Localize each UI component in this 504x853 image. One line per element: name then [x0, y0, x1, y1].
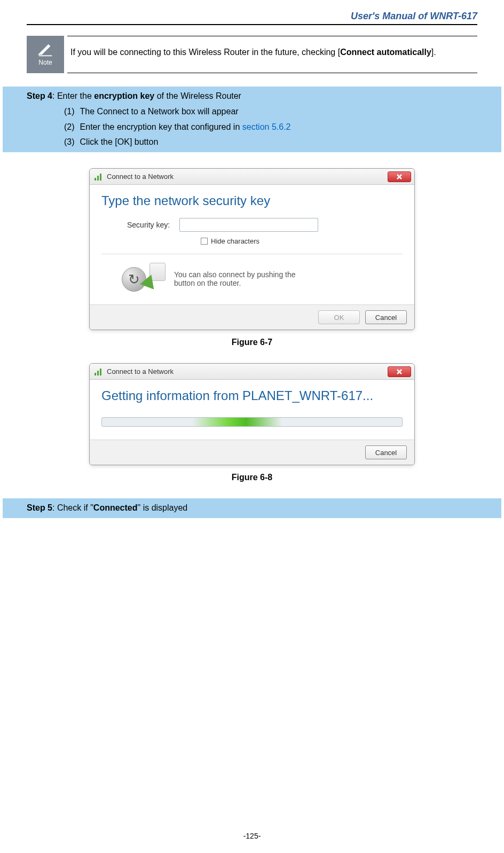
progress-bar — [101, 417, 403, 427]
step4-item-2-num: (2) — [64, 120, 75, 135]
figure-6-7-label: Figure 6-7 — [27, 338, 477, 347]
figure-6-8-label: Figure 6-8 — [27, 473, 477, 482]
note-box: Note If you will be connecting to this W… — [27, 36, 477, 73]
dialog2-titlebar: Connect to a Network — [90, 364, 414, 380]
form-divider — [101, 254, 403, 254]
hint-line1: You can also connect by pushing the — [174, 270, 296, 279]
svg-rect-5 — [100, 369, 101, 375]
dialog2-title: Connect to a Network — [107, 367, 174, 375]
note-text-pre: If you will be connecting to this Wirele… — [70, 48, 340, 57]
dialog1-title: Connect to a Network — [107, 173, 174, 181]
hide-characters-checkbox[interactable] — [201, 238, 208, 245]
step4-block: Step 4: Enter the encryption key of the … — [3, 87, 501, 152]
step4-item-2-text: Enter the encryption key that configured… — [80, 120, 291, 135]
step4-item-3: (3) Click the [OK] button — [64, 135, 477, 150]
dialog-getting-info: Connect to a Network Getting information… — [89, 363, 415, 465]
close-button[interactable] — [388, 366, 411, 377]
dialog2-footer: Cancel — [90, 440, 414, 465]
step4-item-2-pre: Enter the encryption key that configured… — [80, 122, 242, 131]
hide-characters-row[interactable]: Hide characters — [101, 237, 403, 245]
pencil-note-icon — [36, 43, 54, 58]
step4-title: Step 4: Enter the encryption key of the … — [27, 89, 477, 104]
step4-title-post: of the Wireless Router — [154, 91, 241, 100]
note-label: Note — [38, 59, 52, 66]
security-key-input[interactable] — [179, 218, 318, 232]
step5-prefix: Step 5 — [27, 503, 52, 512]
progress-indicator — [192, 418, 282, 426]
step4-item-3-text: Click the [OK] button — [80, 135, 159, 150]
dialog2-heading: Getting information from PLANET_WNRT-617… — [101, 388, 403, 403]
step5-title: Step 5: Check if "Connected" is displaye… — [27, 500, 477, 516]
network-bars-icon — [94, 367, 103, 376]
step4-item-1-text: The Connect to a Network box will appear — [80, 104, 239, 120]
dialog1-heading: Type the network security key — [101, 193, 403, 208]
figure-6-7-wrap: Connect to a Network Type the network se… — [27, 168, 477, 347]
svg-rect-2 — [100, 174, 101, 181]
step5-block: Step 5: Check if "Connected" is displaye… — [3, 498, 501, 518]
router-hint-row: ↻ You can also connect by pushing the bu… — [101, 263, 403, 295]
step5-title-post: " is displayed — [138, 503, 188, 512]
step4-prefix: Step 4 — [27, 91, 52, 100]
cancel-button[interactable]: Cancel — [365, 310, 407, 324]
close-icon — [397, 369, 402, 374]
hint-line2: button on the router. — [174, 279, 296, 287]
step4-title-bold: encryption key — [94, 91, 154, 100]
dialog1-titlebar: Connect to a Network — [90, 169, 414, 185]
step4-item-2-link[interactable]: section 5.6.2 — [242, 122, 291, 131]
hint-text: You can also connect by pushing the butt… — [174, 270, 296, 287]
step4-item-3-num: (3) — [64, 135, 75, 150]
ok-button[interactable]: OK — [318, 310, 360, 324]
hide-characters-label: Hide characters — [211, 237, 259, 245]
close-icon — [397, 174, 402, 179]
close-button[interactable] — [388, 171, 411, 182]
step4-item-1: (1) The Connect to a Network box will ap… — [64, 104, 477, 120]
security-key-row: Security key: — [101, 218, 403, 232]
dialog1-footer: OK Cancel — [90, 304, 414, 330]
figure-6-8-wrap: Connect to a Network Getting information… — [27, 363, 477, 482]
cancel-button[interactable]: Cancel — [365, 445, 407, 459]
svg-rect-4 — [97, 371, 99, 375]
page-number: -125- — [0, 832, 504, 840]
router-push-icon: ↻ — [121, 263, 167, 295]
note-icon: Note — [27, 36, 64, 73]
step4-title-pre: : Enter the — [52, 91, 94, 100]
step4-item-1-num: (1) — [64, 104, 75, 120]
svg-rect-1 — [97, 176, 99, 181]
svg-rect-3 — [94, 373, 96, 375]
svg-rect-0 — [94, 178, 96, 181]
security-key-label: Security key: — [127, 221, 170, 229]
dialog-security-key: Connect to a Network Type the network se… — [89, 168, 415, 330]
note-text-bold: Connect automatically — [340, 48, 431, 57]
step4-item-2: (2) Enter the encryption key that config… — [64, 120, 477, 135]
note-text-post: ]. — [431, 48, 436, 57]
step5-title-bold: Connected — [93, 503, 138, 512]
note-text: If you will be connecting to this Wirele… — [67, 36, 477, 73]
header-title: User's Manual of WNRT-617 — [27, 11, 477, 25]
step5-title-pre: : Check if " — [52, 503, 93, 512]
network-bars-icon — [94, 173, 103, 181]
